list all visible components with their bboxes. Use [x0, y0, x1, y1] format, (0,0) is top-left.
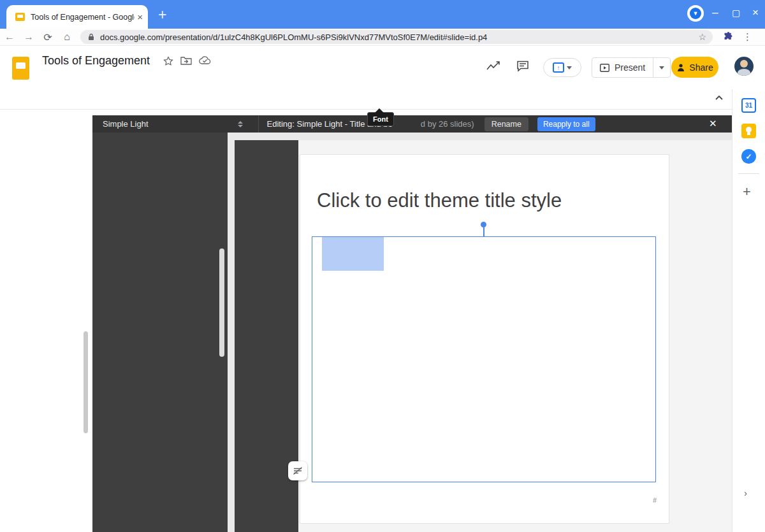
extensions-puzzle-icon[interactable]	[723, 32, 734, 43]
collapse-toolbar-icon[interactable]	[714, 93, 724, 103]
star-outline-icon[interactable]	[163, 56, 173, 66]
rename-button[interactable]: Rename	[484, 117, 528, 131]
profile-caret-button[interactable]: ▼	[687, 5, 704, 22]
close-theme-editor-icon[interactable]: ✕	[709, 118, 717, 129]
hide-panel-icon[interactable]: ›	[744, 487, 747, 498]
browser-navbar: ← → ⟳ ⌂ docs.google.com/presentation/d/1…	[0, 29, 765, 46]
browser-menu-icon[interactable]: ⋮	[743, 31, 752, 43]
cloud-saved-icon[interactable]	[199, 56, 211, 65]
present-button[interactable]: Present	[592, 57, 671, 78]
sidebar-divider	[738, 173, 759, 174]
filmstrip-scrollbar[interactable]	[84, 331, 88, 433]
horizontal-ruler	[228, 133, 732, 140]
slides-header: Tools of Engagement ↑	[0, 46, 765, 89]
home-icon[interactable]: ⌂	[57, 31, 76, 43]
slides-toolbar	[0, 89, 732, 110]
get-addons-icon[interactable]: +	[743, 183, 751, 200]
move-folder-icon[interactable]	[180, 56, 192, 65]
play-slideshow-icon	[600, 64, 609, 72]
bookmark-star-icon[interactable]: ☆	[698, 32, 706, 42]
layout-panel-scrollbar[interactable]	[219, 248, 224, 357]
slide-title-placeholder[interactable]: Click to edit theme title style	[317, 189, 562, 212]
slide-number-placeholder[interactable]: #	[653, 496, 657, 504]
sort-arrows-icon[interactable]	[238, 121, 243, 127]
back-icon[interactable]: ←	[0, 31, 19, 43]
forward-icon[interactable]: →	[19, 31, 38, 43]
chevron-down-icon: ▼	[690, 8, 701, 19]
autofit-indicator-button[interactable]	[288, 461, 307, 480]
slides-favicon-icon	[15, 13, 25, 21]
browser-tab[interactable]: Tools of Engagement - Google Sl ×	[6, 5, 148, 29]
keep-icon[interactable]	[741, 124, 756, 138]
rotation-handle-line	[483, 227, 484, 236]
theme-name: Simple Light	[103, 119, 149, 129]
url-bar[interactable]: docs.google.com/presentation/d/1ulzC4h8K…	[80, 30, 713, 44]
share-button[interactable]: Share	[671, 57, 718, 78]
selected-text-box[interactable]	[312, 236, 656, 482]
tab-title: Tools of Engagement - Google Sl	[31, 13, 135, 22]
tab-close-icon[interactable]: ×	[137, 11, 143, 22]
used-by-text: d by 26 slides)	[421, 119, 474, 129]
lock-icon	[88, 33, 94, 41]
reload-icon[interactable]: ⟳	[38, 31, 57, 43]
document-title[interactable]: Tools of Engagement	[42, 54, 150, 68]
font-tooltip: Font	[367, 112, 394, 126]
vertical-ruler	[228, 140, 235, 532]
tasks-icon[interactable]: ✓	[741, 149, 756, 164]
slides-logo-icon[interactable]	[12, 57, 29, 80]
calendar-icon[interactable]: 31	[741, 98, 756, 113]
slide-filmstrip	[0, 110, 92, 532]
new-tab-button[interactable]: +	[158, 6, 166, 24]
browser-tab-strip: Tools of Engagement - Google Sl × + ▼ – …	[0, 0, 765, 29]
chevron-down-icon	[567, 66, 572, 69]
comment-history-icon[interactable]	[516, 61, 529, 72]
reapply-to-all-button[interactable]: Reapply to all	[537, 117, 595, 131]
close-window-button[interactable]: ×	[752, 6, 759, 19]
divider	[258, 115, 259, 133]
maximize-button[interactable]: ▢	[732, 8, 740, 18]
activity-trend-icon[interactable]	[486, 61, 500, 71]
person-lock-icon	[676, 63, 685, 72]
minimize-button[interactable]: –	[712, 6, 718, 19]
account-avatar[interactable]	[734, 57, 754, 76]
autofit-off-icon	[293, 466, 303, 475]
theme-editing-bar: Simple Light Editing: Simple Light - Tit…	[92, 115, 732, 133]
present-label: Present	[615, 62, 645, 73]
arrow-up-box-icon: ↑	[553, 62, 564, 73]
share-label: Share	[689, 62, 713, 73]
url-text: docs.google.com/presentation/d/1ulzC4h8K…	[100, 32, 698, 42]
rotation-handle[interactable]	[481, 222, 486, 227]
present-options-caret[interactable]	[653, 58, 670, 77]
present-to-meeting-button[interactable]: ↑	[543, 58, 581, 77]
